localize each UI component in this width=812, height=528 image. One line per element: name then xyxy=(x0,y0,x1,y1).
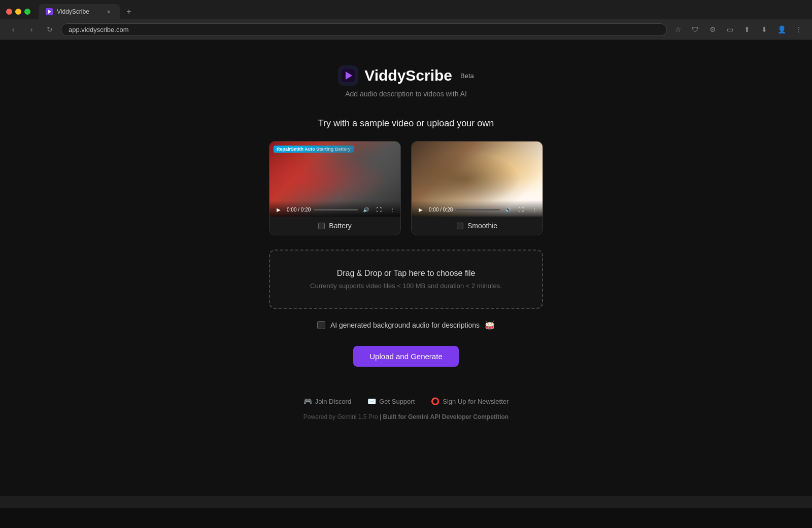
download-button[interactable]: ⬇ xyxy=(757,22,771,37)
battery-progress-bar[interactable] xyxy=(314,209,358,210)
active-tab[interactable]: ViddyScribe ✕ xyxy=(39,4,120,19)
traffic-lights xyxy=(6,9,30,15)
app-tagline: Add audio description to videos with AI xyxy=(345,90,467,98)
address-bar[interactable]: app.viddyscribe.com xyxy=(61,23,667,36)
tab-favicon xyxy=(46,8,53,15)
battery-checkbox[interactable] xyxy=(318,223,325,229)
reader-button[interactable]: ▭ xyxy=(723,22,737,37)
upload-generate-button[interactable]: Upload and Generate xyxy=(353,346,458,367)
discord-label: Join Discord xyxy=(315,398,352,405)
new-tab-button[interactable]: + xyxy=(122,5,136,19)
battery-thumbnail: RepairSmith Auto Starting Battery ▶ 0:00… xyxy=(269,142,401,217)
support-link[interactable]: ✉️ Get Support xyxy=(367,397,415,405)
menu-button[interactable]: ⋮ xyxy=(792,22,806,37)
shield-icon[interactable]: 🛡 xyxy=(688,22,702,37)
tab-bar: ViddyScribe ✕ + xyxy=(0,0,812,19)
ai-checkbox-emoji: 🥁 xyxy=(485,320,495,330)
discord-link[interactable]: 🎮 Join Discord xyxy=(303,397,352,405)
support-label: Get Support xyxy=(379,398,415,405)
minimize-traffic-light[interactable] xyxy=(15,9,21,15)
app-logo-row: ViddyScribe Beta xyxy=(338,65,474,86)
close-traffic-light[interactable] xyxy=(6,9,12,15)
battery-volume-button[interactable]: 🔊 xyxy=(361,204,371,215)
ai-checkbox-row: AI generated background audio for descri… xyxy=(317,320,495,330)
nav-actions: ☆ 🛡 ⚙ ▭ ⬆ ⬇ 👤 ⋮ xyxy=(671,22,806,37)
app-beta-label: Beta xyxy=(460,72,474,80)
battery-label-row: Battery xyxy=(269,217,400,235)
battery-label: Battery xyxy=(329,222,351,230)
back-button[interactable]: ‹ xyxy=(6,22,20,37)
ai-checkbox-label: AI generated background audio for descri… xyxy=(330,321,480,329)
smoothie-thumbnail: ▶ 0:00 / 0:28 🔊 ⛶ ⋮ xyxy=(412,142,543,217)
discord-icon: 🎮 xyxy=(303,397,312,405)
bookmark-button[interactable]: ☆ xyxy=(671,22,685,37)
footer-powered: Powered by Gemini 1.5 Pro | Built for Ge… xyxy=(303,413,509,420)
battery-more-button[interactable]: ⋮ xyxy=(387,204,397,215)
newsletter-label: Sign Up for Newsletter xyxy=(443,398,509,405)
email-icon: ✉️ xyxy=(367,397,376,405)
circle-icon: ⭕ xyxy=(431,397,439,405)
smoothie-label: Smoothie xyxy=(467,222,497,230)
smoothie-time: 0:00 / 0:28 xyxy=(429,207,453,213)
smoothie-play-button[interactable]: ▶ xyxy=(416,204,426,215)
smoothie-video-card[interactable]: ▶ 0:00 / 0:28 🔊 ⛶ ⋮ Smoothie xyxy=(411,141,543,235)
battery-video-card[interactable]: RepairSmith Auto Starting Battery ▶ 0:00… xyxy=(269,141,401,235)
battery-video-controls: ▶ 0:00 / 0:20 🔊 ⛶ ⋮ xyxy=(269,200,401,217)
browser-bottom-bar xyxy=(0,497,812,508)
smoothie-video-controls: ▶ 0:00 / 0:28 🔊 ⛶ ⋮ xyxy=(412,200,543,217)
page-content: ViddyScribe Beta Add audio description t… xyxy=(0,40,812,497)
drop-zone-title: Drag & Drop or Tap here to choose file xyxy=(282,269,530,278)
file-drop-zone[interactable]: Drag & Drop or Tap here to choose file C… xyxy=(269,250,543,309)
smoothie-fullscreen-button[interactable]: ⛶ xyxy=(516,204,526,215)
extension-button[interactable]: ⚙ xyxy=(705,22,720,37)
drop-zone-subtitle: Currently supports video files < 100 MB … xyxy=(282,282,530,290)
forward-button[interactable]: › xyxy=(24,22,39,37)
nav-bar: ‹ › ↻ app.viddyscribe.com ☆ 🛡 ⚙ ▭ ⬆ ⬇ 👤 … xyxy=(0,19,812,40)
ai-audio-checkbox[interactable] xyxy=(317,321,325,329)
smoothie-label-row: Smoothie xyxy=(412,217,543,235)
address-text: app.viddyscribe.com xyxy=(69,26,129,33)
app-logo-icon xyxy=(338,65,358,86)
profile-button[interactable]: 👤 xyxy=(774,22,789,37)
smoothie-more-button[interactable]: ⋮ xyxy=(529,204,539,215)
app-name: ViddyScribe xyxy=(364,67,452,84)
share-button[interactable]: ⬆ xyxy=(740,22,754,37)
battery-play-button[interactable]: ▶ xyxy=(274,204,284,215)
maximize-traffic-light[interactable] xyxy=(24,9,30,15)
newsletter-link[interactable]: ⭕ Sign Up for Newsletter xyxy=(431,397,509,405)
video-cards: RepairSmith Auto Starting Battery ▶ 0:00… xyxy=(269,141,543,235)
battery-fullscreen-button[interactable]: ⛶ xyxy=(374,204,384,215)
smoothie-progress-bar[interactable] xyxy=(456,209,500,210)
browser-chrome: ViddyScribe ✕ + ‹ › ↻ app.viddyscribe.co… xyxy=(0,0,812,40)
tab-title: ViddyScribe xyxy=(57,8,89,15)
smoothie-checkbox[interactable] xyxy=(457,223,463,229)
footer-links: 🎮 Join Discord ✉️ Get Support ⭕ Sign Up … xyxy=(303,397,509,405)
battery-overlay-label: RepairSmith Auto Starting Battery xyxy=(274,146,354,153)
section-title: Try with a sample video or upload your o… xyxy=(318,118,494,129)
smoothie-volume-button[interactable]: 🔊 xyxy=(503,204,513,215)
app-header: ViddyScribe Beta Add audio description t… xyxy=(338,65,474,98)
battery-time: 0:00 / 0:20 xyxy=(287,207,311,213)
reload-button[interactable]: ↻ xyxy=(43,22,57,37)
tab-close-button[interactable]: ✕ xyxy=(105,8,113,16)
